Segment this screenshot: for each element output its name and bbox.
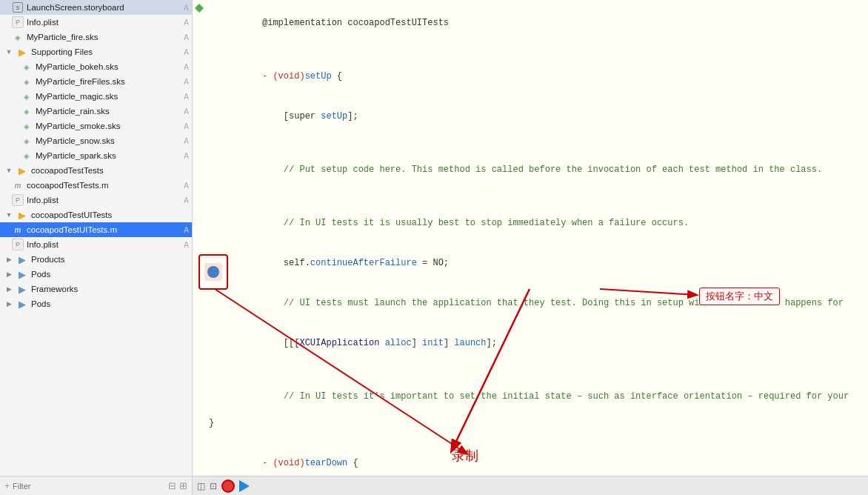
folder-icon: ▶ (16, 46, 28, 58)
m-file-icon: m (12, 179, 24, 191)
sidebar-item-cpuitests-m[interactable]: m cocoapodTestUITests.m A (0, 222, 192, 237)
sidebar-item-launchscreen[interactable]: S LaunchScreen.storyboard A (0, 0, 192, 15)
split-view-icon[interactable]: ◫ (197, 481, 205, 491)
code-line: } (193, 416, 868, 430)
sidebar-item-info3[interactable]: P Info.plist A (0, 237, 192, 252)
sks-icon: ◈ (21, 90, 33, 102)
chevron-right-icon: ▶ (3, 283, 15, 295)
sidebar-item-rain[interactable]: ◈ MyParticle_rain.sks A (0, 104, 192, 119)
sidebar-item-badge: A (184, 78, 189, 86)
plist-icon: P (12, 194, 24, 206)
sidebar-item-label: Products (31, 255, 189, 264)
line-content (206, 136, 868, 150)
line-content: [super setUp]; (206, 96, 868, 136)
code-line (193, 136, 868, 150)
sidebar-action-icons: ⊟ ⊞ (168, 480, 187, 491)
sidebar-item-label: MyParticle_fire.sks (27, 33, 181, 41)
sidebar-item-label: Supporting Files (31, 47, 181, 56)
folder-icon: ▶ (16, 209, 28, 221)
folder-blue-icon: ▶ (16, 283, 28, 295)
code-line: self.continueAfterFailure = NO; (193, 243, 868, 283)
sidebar-item-badge: A (184, 122, 189, 130)
line-content: self.continueAfterFailure = NO; (206, 243, 868, 283)
sks-icon: ◈ (21, 135, 33, 147)
sidebar-item-spark[interactable]: ◈ MyParticle_spark.sks A (0, 148, 192, 163)
sidebar-item-fire[interactable]: ◈ MyParticle_fire.sks A (0, 30, 192, 44)
line-content: [[[XCUIApplication alloc] init] launch]; (206, 323, 868, 363)
sidebar-item-badge: A (184, 33, 189, 41)
sidebar-item-badge: A (184, 4, 189, 12)
sidebar-item-frameworks[interactable]: ▶ ▶ Frameworks (0, 282, 192, 296)
sidebar-item-label: MyParticle_rain.sks (36, 107, 181, 116)
chevron-right-icon: ▼ (3, 46, 15, 58)
sks-icon: ◈ (12, 31, 24, 43)
gutter-icon (193, 3, 206, 13)
line-content: } (206, 416, 868, 430)
sidebar-item-badge: A (184, 19, 189, 27)
sidebar-item-badge: A (184, 241, 189, 249)
sidebar-item-badge: A (184, 63, 189, 71)
code-line: // Put setup code here. This method is c… (193, 150, 868, 190)
chevron-right-icon: ▶ (3, 298, 15, 310)
sidebar-item-supporting-files[interactable]: ▼ ▶ Supporting Files A (0, 44, 192, 59)
sidebar-item-label: cocoapodTestUITests.m (27, 225, 181, 234)
record-button[interactable] (221, 479, 235, 493)
code-editor: @implementation cocoapodTestUITests - (v… (193, 0, 868, 495)
sidebar-item-firefiles[interactable]: ◈ MyParticle_fireFiles.sks A (0, 74, 192, 89)
chevron-right-icon: ▶ (3, 253, 15, 265)
line-content: // In UI tests it's important to set the… (206, 376, 868, 416)
sort-icon[interactable]: ⊟ (168, 480, 176, 491)
line-content: // In UI tests it is usually best to sto… (206, 203, 868, 243)
sidebar-item-label: Info.plist (27, 240, 181, 249)
sidebar-item-badge: A (184, 107, 189, 116)
sidebar-item-smoke[interactable]: ◈ MyParticle_smoke.sks A (0, 119, 192, 133)
sidebar-item-badge: A (184, 48, 189, 56)
line-content: // UI tests must launch the application … (206, 283, 868, 323)
line-content (206, 363, 868, 376)
code-line (193, 363, 868, 376)
code-line: [super setUp]; (193, 96, 868, 136)
code-line: // UI tests must launch the application … (193, 283, 868, 323)
code-line: @implementation cocoapodTestUITests (193, 3, 868, 43)
code-line: [[[XCUIApplication alloc] init] launch]; (193, 323, 868, 363)
code-line: // In UI tests it's important to set the… (193, 376, 868, 416)
filter-input[interactable] (13, 482, 165, 491)
sidebar-item-bokeh[interactable]: ◈ MyParticle_bokeh.sks A (0, 59, 192, 74)
code-line (193, 43, 868, 56)
filter-icon: + (4, 481, 10, 491)
sidebar-item-label: cocoapodTestTests.m (27, 181, 181, 190)
sidebar-item-snow[interactable]: ◈ MyParticle_snow.sks A (0, 133, 192, 148)
sidebar-item-badge: A (184, 137, 189, 145)
sidebar-item-label: Info.plist (27, 18, 181, 27)
expand-editor-icon[interactable]: ⊡ (210, 481, 217, 491)
sidebar-item-label: MyParticle_smoke.sks (36, 122, 181, 130)
sidebar-item-label: MyParticle_magic.sks (36, 92, 181, 101)
sidebar-item-products[interactable]: ▶ ▶ Products (0, 252, 192, 267)
line-content: @implementation cocoapodTestUITests (206, 3, 868, 43)
sks-icon: ◈ (21, 150, 33, 162)
sidebar-item-label: cocoapodTestTests (31, 166, 189, 175)
folder-icon: ▶ (16, 165, 28, 176)
code-line (193, 430, 868, 443)
sidebar-item-label: Info.plist (27, 196, 181, 205)
code-area: @implementation cocoapodTestUITests - (v… (193, 3, 868, 476)
sidebar-item-magic[interactable]: ◈ MyParticle_magic.sks A (0, 89, 192, 104)
sidebar-item-info2[interactable]: P Info.plist A (0, 193, 192, 207)
sidebar-file-tree: S LaunchScreen.storyboard A P Info.plist… (0, 0, 192, 476)
sidebar-item-info1[interactable]: P Info.plist A (0, 15, 192, 30)
sidebar-item-pods2[interactable]: ▶ ▶ Pods (0, 296, 192, 311)
code-line: - (void)setUp { (193, 56, 868, 96)
sks-icon: ◈ (21, 105, 33, 117)
chevron-right-icon: ▶ (3, 268, 15, 280)
code-line: // In UI tests it is usually best to sto… (193, 203, 868, 243)
sidebar-item-cptests-folder[interactable]: ▼ ▶ cocoapodTestTests (0, 163, 192, 178)
sidebar-item-badge: A (184, 182, 189, 190)
line-content: - (void)tearDown { (206, 443, 868, 476)
play-button[interactable] (239, 480, 250, 492)
sidebar-item-pods[interactable]: ▶ ▶ Pods (0, 267, 192, 282)
expand-icon[interactable]: ⊞ (179, 480, 187, 491)
editor-content: @implementation cocoapodTestUITests - (v… (193, 0, 868, 476)
sidebar-item-cptests-m[interactable]: m cocoapodTestTests.m A (0, 178, 192, 193)
sidebar-item-cpuitests-folder[interactable]: ▼ ▶ cocoapodTestUITests (0, 207, 192, 222)
sidebar-item-label: cocoapodTestUITests (31, 210, 189, 219)
